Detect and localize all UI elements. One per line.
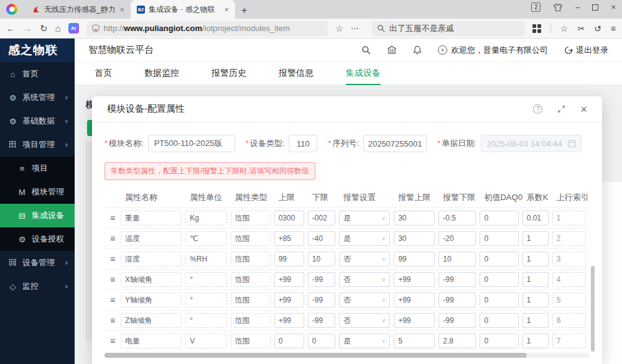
sidebar-item-device-mgmt[interactable]: 回 设备管理 ∨ <box>0 251 75 275</box>
cell-alarm-upper-input[interactable]: 30 <box>394 211 435 225</box>
horizontal-scrollbar[interactable] <box>104 353 590 358</box>
tab-alarm-info[interactable]: 报警信息 <box>279 62 313 85</box>
drag-handle-icon[interactable]: ≡ <box>110 316 115 325</box>
cell-coef-k-input[interactable]: 1 <box>522 231 549 246</box>
cell-prop-name-input[interactable]: 电量 <box>121 334 182 348</box>
cell-prop-name-input[interactable]: Y轴倾角 <box>121 293 182 307</box>
drag-handle-icon[interactable]: ≡ <box>110 295 115 305</box>
cell-coef-k-input[interactable]: 1 <box>522 313 549 328</box>
cell-prop-name-input[interactable]: Z轴倾角 <box>121 313 182 328</box>
reload-icon[interactable]: ↻ <box>40 23 48 34</box>
cell-upper-limit-input[interactable]: +99 <box>274 313 304 328</box>
apps-grid-icon[interactable] <box>532 24 541 33</box>
fullscreen-icon[interactable] <box>557 105 565 113</box>
sidebar-item-integrated-devices[interactable]: ⊟ 集成设备 <box>0 204 75 227</box>
cell-prop-type-input[interactable]: 范围 <box>231 211 271 225</box>
cell-alarm-lower-input[interactable]: -99 <box>439 293 476 307</box>
cell-lower-limit-input[interactable]: 0 <box>308 334 335 348</box>
organization-bank-icon[interactable] <box>387 45 397 55</box>
logout-button[interactable]: 退出登录 <box>564 45 608 56</box>
cell-upper-limit-input[interactable]: 0300 <box>274 211 304 225</box>
cell-uplink-index-input[interactable]: 7 <box>552 334 586 348</box>
cell-lower-limit-input[interactable]: 10 <box>308 252 335 266</box>
sidebar-item-system-mgmt[interactable]: ⚙ 系统管理 ∨ <box>0 86 75 109</box>
cell-prop-name-input[interactable]: X轴倾角 <box>121 272 182 287</box>
cell-alarm-upper-input[interactable]: 99 <box>394 252 435 266</box>
cell-uplink-index-input[interactable]: 4 <box>552 272 586 287</box>
home-icon[interactable]: ⌂ <box>55 23 61 34</box>
cell-init-daq0-input[interactable]: 0 <box>480 334 518 348</box>
more-options-icon[interactable]: ⋯ <box>351 24 360 33</box>
cell-upper-limit-input[interactable]: 99 <box>274 252 304 266</box>
cell-prop-unit-input[interactable]: %RH <box>185 252 226 266</box>
cell-coef-k-input[interactable]: 0.01 <box>522 211 549 225</box>
cell-lower-limit-input[interactable]: -99 <box>308 293 335 307</box>
drag-handle-icon[interactable]: ≡ <box>110 275 115 284</box>
notification-bell-icon[interactable] <box>413 45 422 55</box>
cell-coef-k-input[interactable]: 1 <box>522 272 549 287</box>
cell-alarm-lower-input[interactable]: -20 <box>439 231 476 246</box>
cell-alarm-setting-select[interactable]: 是∨ <box>339 334 390 348</box>
url-bar[interactable]: http://www.puliangiot.com/iotproject/mod… <box>86 21 328 36</box>
forward-icon[interactable]: → <box>23 23 32 34</box>
cell-prop-unit-input[interactable]: V <box>185 334 226 348</box>
tab-close-icon[interactable]: × <box>119 6 124 14</box>
cell-prop-unit-input[interactable]: ℃ <box>185 231 226 246</box>
modal-close-icon[interactable]: × <box>580 104 587 115</box>
sidebar-item-project-mgmt[interactable]: 田 项目管理 ∧ <box>0 133 75 157</box>
cell-lower-limit-input[interactable]: -99 <box>308 313 335 328</box>
cell-alarm-upper-input[interactable]: +99 <box>394 293 435 307</box>
cell-alarm-lower-input[interactable]: 10 <box>439 252 476 266</box>
cell-prop-type-input[interactable]: 范围 <box>231 252 271 266</box>
browser-tab-integrated-devices[interactable]: BZ 集成设备 · 感之物联 × <box>131 0 235 19</box>
cell-lower-limit-input[interactable]: -002 <box>308 211 335 225</box>
minimize-icon[interactable]: – <box>575 3 580 11</box>
browser-search-box[interactable]: 出了五服不是亲戚 <box>372 21 525 36</box>
cell-prop-type-input[interactable]: 范围 <box>231 313 271 328</box>
cell-alarm-setting-select[interactable]: 否∨ <box>339 313 390 328</box>
cell-upper-limit-input[interactable]: 0 <box>274 334 304 348</box>
browser-tab-sensor[interactable]: 无线压力传感器_静力水准仪_ × <box>26 0 131 19</box>
horizontal-scrollbar-thumb[interactable] <box>104 353 527 358</box>
vertical-scrollbar-thumb[interactable] <box>591 266 595 352</box>
cell-prop-type-input[interactable]: 范围 <box>231 272 271 287</box>
cell-upper-limit-input[interactable]: +99 <box>274 272 304 287</box>
tab-close-icon[interactable]: × <box>224 6 229 14</box>
cell-prop-type-input[interactable]: 范围 <box>231 293 271 307</box>
help-icon[interactable]: ? <box>533 104 542 114</box>
drag-handle-icon[interactable]: ≡ <box>110 336 115 346</box>
sidebar-item-base-data[interactable]: ⚙ 基础数据 ∨ <box>0 109 75 133</box>
screenshot-scissors-icon[interactable]: ✂ <box>577 24 585 34</box>
drag-handle-icon[interactable]: ≡ <box>110 213 115 223</box>
cell-lower-limit-input[interactable]: -40 <box>308 231 335 246</box>
cell-prop-name-input[interactable]: 温度 <box>121 231 182 246</box>
sidebar-item-projects[interactable]: ≡ 项目 <box>0 157 75 180</box>
cell-alarm-upper-input[interactable]: +99 <box>394 272 435 287</box>
sidebar-item-monitoring[interactable]: ◇ 监控 ∨ <box>0 275 75 298</box>
cell-prop-unit-input[interactable]: Kg <box>185 211 226 225</box>
ai-assistant-icon[interactable]: AI <box>68 23 79 34</box>
cell-init-daq0-input[interactable]: 0 <box>480 293 518 307</box>
site-security-shield-icon[interactable] <box>91 24 100 33</box>
sidebar-item-module-mgmt[interactable]: M 模块管理 <box>0 180 75 204</box>
device-type-input[interactable]: 110 <box>289 135 317 152</box>
cell-alarm-upper-input[interactable]: 5 <box>394 334 435 348</box>
cell-alarm-setting-select[interactable]: 否∨ <box>339 272 390 287</box>
cell-init-daq0-input[interactable]: 0 <box>480 313 518 328</box>
cell-init-daq0-input[interactable]: 0 <box>480 211 518 225</box>
maximize-icon[interactable] <box>592 4 598 11</box>
cell-prop-unit-input[interactable]: ° <box>185 313 226 328</box>
cell-alarm-setting-select[interactable]: 是∨ <box>339 231 390 246</box>
cell-prop-unit-input[interactable]: ° <box>185 272 226 287</box>
drag-handle-icon[interactable]: ≡ <box>110 254 115 264</box>
cell-alarm-upper-input[interactable]: +99 <box>394 313 435 328</box>
cell-prop-name-input[interactable]: 重量 <box>121 211 182 225</box>
cell-init-daq0-input[interactable]: 0 <box>480 252 518 266</box>
bookmark-star-icon[interactable]: ☆ <box>335 24 343 34</box>
cell-prop-unit-input[interactable]: ° <box>185 293 226 307</box>
tab-integrated-devices[interactable]: 集成设备 <box>346 62 381 85</box>
menu-icon[interactable]: ≡ <box>611 24 616 34</box>
cell-init-daq0-input[interactable]: 0 <box>480 272 518 287</box>
back-icon[interactable]: ← <box>6 23 16 34</box>
tab-home[interactable]: 首页 <box>95 62 112 85</box>
